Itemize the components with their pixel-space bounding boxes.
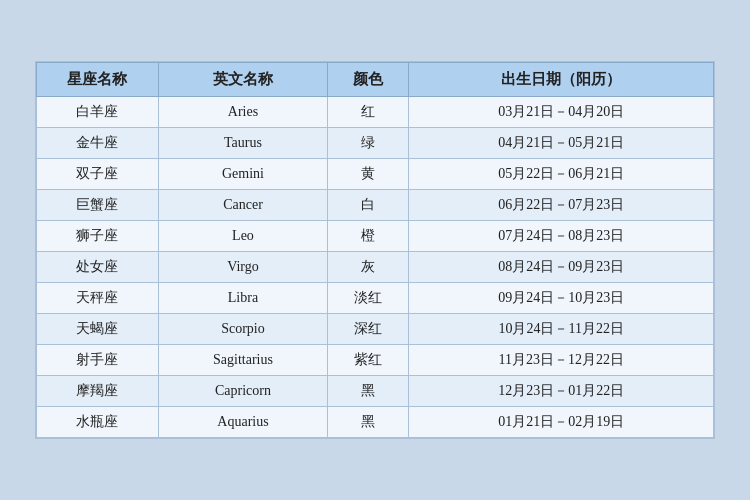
cell-color: 黑	[328, 407, 409, 438]
cell-en: Sagittarius	[158, 345, 327, 376]
cell-zh: 水瓶座	[37, 407, 159, 438]
table-row: 双子座Gemini黄05月22日－06月21日	[37, 159, 714, 190]
cell-zh: 天蝎座	[37, 314, 159, 345]
table-body: 白羊座Aries红03月21日－04月20日金牛座Taurus绿04月21日－0…	[37, 97, 714, 438]
cell-en: Libra	[158, 283, 327, 314]
cell-date: 03月21日－04月20日	[409, 97, 714, 128]
cell-en: Virgo	[158, 252, 327, 283]
cell-color: 深红	[328, 314, 409, 345]
cell-zh: 金牛座	[37, 128, 159, 159]
cell-zh: 巨蟹座	[37, 190, 159, 221]
cell-zh: 狮子座	[37, 221, 159, 252]
cell-color: 淡红	[328, 283, 409, 314]
cell-date: 07月24日－08月23日	[409, 221, 714, 252]
zodiac-table-container: 星座名称 英文名称 颜色 出生日期（阳历） 白羊座Aries红03月21日－04…	[35, 61, 715, 439]
header-zh: 星座名称	[37, 63, 159, 97]
table-row: 水瓶座Aquarius黑01月21日－02月19日	[37, 407, 714, 438]
cell-color: 灰	[328, 252, 409, 283]
cell-color: 白	[328, 190, 409, 221]
header-date: 出生日期（阳历）	[409, 63, 714, 97]
cell-zh: 天秤座	[37, 283, 159, 314]
cell-en: Gemini	[158, 159, 327, 190]
table-row: 处女座Virgo灰08月24日－09月23日	[37, 252, 714, 283]
cell-en: Leo	[158, 221, 327, 252]
cell-zh: 处女座	[37, 252, 159, 283]
cell-date: 05月22日－06月21日	[409, 159, 714, 190]
cell-date: 01月21日－02月19日	[409, 407, 714, 438]
header-en: 英文名称	[158, 63, 327, 97]
cell-en: Taurus	[158, 128, 327, 159]
cell-en: Aquarius	[158, 407, 327, 438]
cell-en: Cancer	[158, 190, 327, 221]
zodiac-table: 星座名称 英文名称 颜色 出生日期（阳历） 白羊座Aries红03月21日－04…	[36, 62, 714, 438]
header-color: 颜色	[328, 63, 409, 97]
cell-color: 红	[328, 97, 409, 128]
cell-color: 绿	[328, 128, 409, 159]
table-header-row: 星座名称 英文名称 颜色 出生日期（阳历）	[37, 63, 714, 97]
cell-date: 04月21日－05月21日	[409, 128, 714, 159]
cell-en: Aries	[158, 97, 327, 128]
cell-en: Scorpio	[158, 314, 327, 345]
table-row: 巨蟹座Cancer白06月22日－07月23日	[37, 190, 714, 221]
cell-color: 黑	[328, 376, 409, 407]
table-row: 狮子座Leo橙07月24日－08月23日	[37, 221, 714, 252]
table-row: 天蝎座Scorpio深红10月24日－11月22日	[37, 314, 714, 345]
cell-date: 12月23日－01月22日	[409, 376, 714, 407]
cell-zh: 双子座	[37, 159, 159, 190]
table-row: 金牛座Taurus绿04月21日－05月21日	[37, 128, 714, 159]
cell-zh: 摩羯座	[37, 376, 159, 407]
cell-en: Capricorn	[158, 376, 327, 407]
table-row: 白羊座Aries红03月21日－04月20日	[37, 97, 714, 128]
cell-color: 黄	[328, 159, 409, 190]
cell-date: 10月24日－11月22日	[409, 314, 714, 345]
table-row: 射手座Sagittarius紫红11月23日－12月22日	[37, 345, 714, 376]
cell-date: 11月23日－12月22日	[409, 345, 714, 376]
cell-date: 09月24日－10月23日	[409, 283, 714, 314]
table-row: 摩羯座Capricorn黑12月23日－01月22日	[37, 376, 714, 407]
cell-zh: 白羊座	[37, 97, 159, 128]
cell-date: 08月24日－09月23日	[409, 252, 714, 283]
table-row: 天秤座Libra淡红09月24日－10月23日	[37, 283, 714, 314]
cell-zh: 射手座	[37, 345, 159, 376]
cell-color: 紫红	[328, 345, 409, 376]
cell-date: 06月22日－07月23日	[409, 190, 714, 221]
cell-color: 橙	[328, 221, 409, 252]
